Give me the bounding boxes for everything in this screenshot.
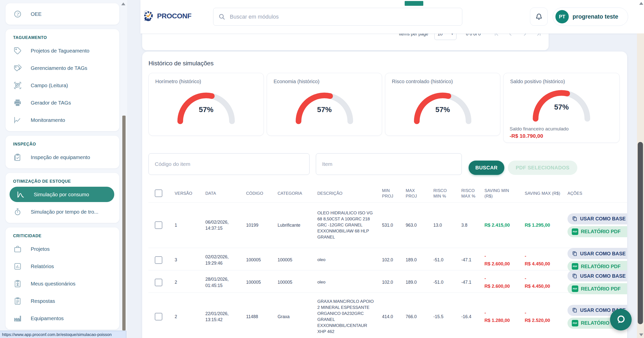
column-header-risco-min: RISCO MIN % <box>427 184 455 202</box>
sidebar-item-simulacao-por-consumo[interactable]: Simulação por consumo <box>10 187 114 202</box>
cell-min-proj: 414.0 <box>382 314 393 320</box>
column-header-saving-max-r: SAVING MAX (R$) <box>520 184 564 202</box>
gauge-card-risco-controlado-historico: Risco controlado (histórico)57% <box>385 73 500 136</box>
pdf-icon: PDF <box>572 228 578 235</box>
row-checkbox[interactable] <box>155 313 162 320</box>
topbar: PROCONF PT progrenato teste <box>140 0 644 33</box>
sidebar: OEETAGUEAMENTOProjetos de TagueamentoGer… <box>0 0 127 338</box>
sidebar-item-monitoramento[interactable]: Monitoramento <box>6 111 119 129</box>
sidebar-item-label: Projetos de Tagueamento <box>31 48 89 54</box>
search-input[interactable] <box>229 13 457 20</box>
column-header-acoes: AÇÕES <box>564 184 627 202</box>
saving-max: -R$ 2.520,00 <box>525 310 550 323</box>
sidebar-scroll-up-icon[interactable] <box>121 3 125 5</box>
gear-check-icon <box>142 10 155 23</box>
sidebar-section-otimizacao-de-estoque: OTIMIZAÇÃO DE ESTOQUESimulação por consu… <box>6 173 119 223</box>
cell-max-proj: 189.0 <box>406 257 417 263</box>
sidebar-item-gerenciamento-de-tags[interactable]: Gerenciamento de TAGs <box>6 59 119 77</box>
sidebar-section-title: CRITICIDADE <box>6 227 119 240</box>
sidebar-item-inspecao-de-equipamento[interactable]: Inspeção de equipamento <box>6 149 119 166</box>
stopwatch-icon <box>13 207 22 216</box>
avatar: PT <box>555 10 569 23</box>
buscar-button[interactable]: BUSCAR <box>469 161 504 175</box>
table-row: 302/02/2026, 19:29:46100005100005oleo102… <box>148 248 627 270</box>
cell-codigo: 11488 <box>246 314 258 320</box>
gauge-value: 57% <box>292 106 357 114</box>
saving-min: -R$ 1.280,00 <box>484 310 510 323</box>
sidebar-item-label: Campo (Leitura) <box>31 82 68 88</box>
sidebar-item-projetos[interactable]: Projetos <box>6 240 119 258</box>
column-header-categoria: CATEGORIA <box>272 184 312 202</box>
page-scroll-down-icon[interactable] <box>639 333 643 336</box>
gauge-title: Saldo positivo (histórico) <box>504 73 619 84</box>
briefcase-icon <box>13 245 22 254</box>
proconf-logo[interactable]: PROCONF <box>142 10 192 23</box>
sidebar-item-oee[interactable]: OEE <box>6 5 119 23</box>
cell-categoria: 100005 <box>278 257 292 263</box>
sidebar-item-label: Respostas <box>31 298 55 304</box>
clipboard-check-icon <box>13 153 22 162</box>
usar-como-base-button[interactable]: USAR COMO BASE <box>567 213 627 224</box>
item-input[interactable] <box>316 153 462 175</box>
column-header-saving-min-r: SAVING MIN (R$) <box>480 184 520 202</box>
bar-chart-icon <box>13 262 22 271</box>
cell-categoria: Graxa <box>278 314 290 320</box>
cell-max-proj: 963.0 <box>406 222 417 228</box>
page-scrollbar-thumb[interactable] <box>638 142 643 324</box>
saving-max: -R$ 4.450,00 <box>525 276 550 289</box>
sidebar-item-label: OEE <box>31 11 42 17</box>
simulations-table: VERSÃODATACÓDIGOCATEGORIADESCRIÇÃOMIN PR… <box>148 184 627 338</box>
sidebar-item-label: Monitoramento <box>31 117 65 123</box>
gauges-row: Horímetro (histórico)57%Economia (histór… <box>148 73 620 143</box>
gauge-title: Economia (histórico) <box>267 73 382 84</box>
sidebar-item-label: Meus questionários <box>31 281 75 287</box>
select-all-checkbox[interactable] <box>155 189 162 197</box>
gauge-value: 57% <box>410 106 475 114</box>
pdf-selecionados-button[interactable]: PDF SELECIONADOS <box>508 161 577 175</box>
relatorio-pdf-button[interactable]: PDFRELATÓRIO PDF <box>567 226 627 237</box>
sidebar-item-meus-questionarios[interactable]: Meus questionários <box>6 275 119 292</box>
user-menu[interactable]: PT progrenato teste <box>553 8 628 26</box>
browser-status-bar: https://www.app.proconf.com.br/estoque/s… <box>0 331 126 338</box>
sidebar-item-label: Gerenciamento de TAGs <box>31 65 87 71</box>
qr-icon <box>13 81 22 90</box>
page-scroll-up-icon[interactable] <box>639 2 643 5</box>
table-header-row: VERSÃODATACÓDIGOCATEGORIADESCRIÇÃOMIN PR… <box>148 184 627 203</box>
sidebar-item-relatorios[interactable]: Relatórios <box>6 258 119 275</box>
clipboard-user-icon <box>13 279 22 288</box>
cell-max-proj: 766.0 <box>406 314 417 320</box>
item-code-input[interactable] <box>148 153 310 175</box>
printer-icon <box>13 98 22 107</box>
column-header-max-proj: MAX PROJ <box>402 184 427 202</box>
chart-icon <box>13 116 22 125</box>
user-name: progrenato teste <box>573 13 618 20</box>
usar-como-base-button[interactable]: USAR COMO BASE <box>567 270 627 281</box>
cell-risco-min: -15.5 <box>433 314 443 320</box>
saving-max: -R$ 4.450,00 <box>525 253 550 266</box>
gauge-footer: Saldo financeiro acumulado-R$ 10.790,00 <box>510 126 569 139</box>
table-row: 106/02/2026, 14:37:1510199LubrificanteOL… <box>148 203 627 248</box>
chat-fab[interactable] <box>610 309 632 330</box>
saving-min: -R$ 2.600,00 <box>484 253 510 266</box>
sidebar-item-simulacao-por-tempo-de-tro[interactable]: Simulação por tempo de tro... <box>6 203 119 220</box>
sidebar-item-gerador-de-tags[interactable]: Gerador de TAGs <box>6 94 119 111</box>
notifications-button[interactable] <box>530 8 548 26</box>
row-checkbox[interactable] <box>155 221 162 229</box>
row-checkbox[interactable] <box>155 279 162 286</box>
row-checkbox[interactable] <box>155 256 162 264</box>
curve-icon <box>16 190 25 199</box>
chat-bubble-icon <box>615 314 626 325</box>
cell-codigo: 100005 <box>246 279 261 285</box>
sidebar-section-title: TAGUEAMENTO <box>6 29 119 42</box>
tag-icon <box>13 46 22 55</box>
sidebar-item-equipamentos[interactable]: Equipamentos <box>6 310 119 327</box>
sidebar-item-projetos-de-tagueamento[interactable]: Projetos de Tagueamento <box>6 42 119 59</box>
sidebar-section-title: OTIMIZAÇÃO DE ESTOQUE <box>6 173 119 186</box>
sidebar-scrollbar-thumb[interactable] <box>122 116 126 330</box>
sidebar-item-campo-leitura[interactable]: Campo (Leitura) <box>6 77 119 94</box>
usar-como-base-button[interactable]: USAR COMO BASE <box>567 248 627 259</box>
sidebar-item-respostas[interactable]: Respostas <box>6 292 119 310</box>
cell-descricao: GRAXA MANC/ROLO APOIO 2 MINERAL ESPESSAN… <box>317 299 374 335</box>
usar-como-base-label: USAR COMO BASE <box>580 273 626 279</box>
saving-max: R$ 1.295,00 <box>525 222 550 228</box>
